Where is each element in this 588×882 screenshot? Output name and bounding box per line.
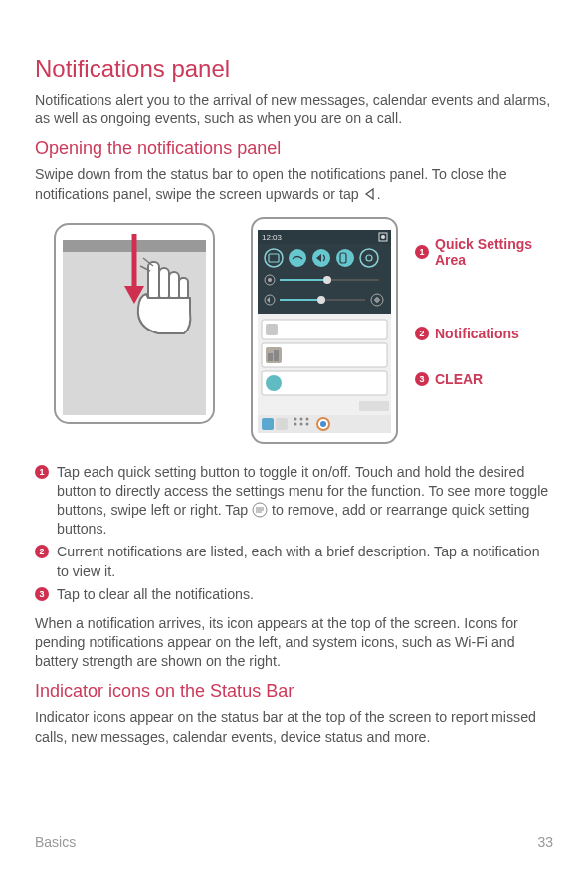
svg-point-55 <box>306 417 309 420</box>
svg-point-21 <box>336 249 354 267</box>
opening-text-b: . <box>377 186 381 202</box>
svg-point-45 <box>266 375 282 391</box>
opening-paragraph: Swipe down from the status bar to open t… <box>35 165 553 203</box>
svg-point-50 <box>294 422 297 425</box>
numbered-item-1: 1 Tap each quick setting button to toggl… <box>35 463 553 540</box>
label-row-3: 3 CLEAR <box>415 371 553 387</box>
page-footer: Basics 33 <box>35 834 553 850</box>
phone-time-text: 12:03 <box>262 233 283 242</box>
svg-point-53 <box>294 417 297 420</box>
svg-point-33 <box>317 296 325 304</box>
heading-indicator-icons: Indicator icons on the Status Bar <box>35 681 553 702</box>
phone-notifications-illustration: 12:03 <box>240 216 409 445</box>
label-quick-settings: Quick Settings Area <box>435 236 553 268</box>
svg-rect-49 <box>276 418 288 430</box>
svg-rect-7 <box>169 272 179 300</box>
opening-text-a: Swipe down from the status bar to open t… <box>35 166 507 201</box>
svg-point-29 <box>323 276 331 284</box>
svg-point-51 <box>300 422 303 425</box>
intro-paragraph: Notifications alert you to the arrival o… <box>35 91 553 128</box>
badge-1-icon: 1 <box>415 245 429 259</box>
svg-point-26 <box>268 278 272 282</box>
svg-point-54 <box>300 417 303 420</box>
heading-opening: Opening the notifications panel <box>35 138 553 159</box>
numbered-item-2: 2 Current notifications are listed, each… <box>35 543 553 580</box>
svg-rect-46 <box>359 401 389 411</box>
label-row-2: 2 Notifications <box>415 326 553 341</box>
svg-point-57 <box>320 421 326 427</box>
arrival-paragraph: When a notification arrives, its icon ap… <box>35 614 553 672</box>
label-row-1: 1 Quick Settings Area <box>415 236 553 268</box>
badge-3-icon: 3 <box>415 372 429 386</box>
numbered-item-3: 3 Tap to clear all the notifications. <box>35 585 553 604</box>
svg-rect-48 <box>262 418 274 430</box>
badge-3-icon: 3 <box>35 587 49 601</box>
svg-rect-8 <box>179 278 188 300</box>
svg-point-19 <box>289 249 306 267</box>
label-notifications: Notifications <box>435 326 519 341</box>
svg-rect-6 <box>159 268 169 300</box>
numbered-list: 1 Tap each quick setting button to toggl… <box>35 463 553 604</box>
back-triangle-icon <box>363 187 377 201</box>
indicator-paragraph: Indicator icons appear on the status bar… <box>35 708 553 746</box>
phone-swipe-illustration <box>35 216 234 425</box>
item2-text: Current notifications are listed, each w… <box>57 543 553 580</box>
item1-text: Tap each quick setting button to toggle … <box>57 463 553 540</box>
figure-labels: 1 Quick Settings Area 2 Notifications 3 … <box>415 216 553 387</box>
badge-2-icon: 2 <box>35 545 49 558</box>
heading-notifications-panel: Notifications panel <box>35 55 553 83</box>
svg-rect-39 <box>266 324 278 335</box>
svg-rect-38 <box>262 320 387 339</box>
label-clear: CLEAR <box>435 371 483 387</box>
svg-point-52 <box>306 422 309 425</box>
svg-point-15 <box>381 235 385 239</box>
badge-2-icon: 2 <box>415 327 429 340</box>
svg-rect-42 <box>268 353 273 361</box>
item3-text: Tap to clear all the notifications. <box>57 585 553 604</box>
badge-1-icon: 1 <box>35 465 49 479</box>
footer-section: Basics <box>35 834 76 850</box>
svg-rect-43 <box>274 350 279 361</box>
edit-circle-icon <box>252 502 268 518</box>
footer-page-number: 33 <box>537 834 553 850</box>
svg-rect-5 <box>148 262 159 300</box>
figure-row: 12:03 <box>35 216 553 445</box>
